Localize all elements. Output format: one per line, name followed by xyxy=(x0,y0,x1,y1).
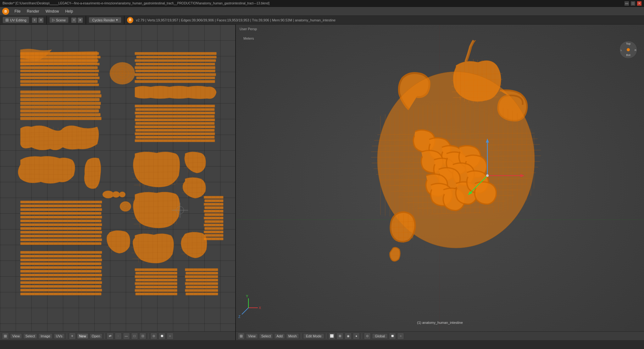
uv-snap-icon[interactable]: 🔲 xyxy=(158,333,165,340)
uv-add-button[interactable]: + xyxy=(32,17,37,23)
svg-rect-8 xyxy=(20,73,98,76)
viewport-viewport-shading-1[interactable]: ⬜ xyxy=(328,333,335,340)
svg-rect-207 xyxy=(20,216,102,218)
viewport-pivot[interactable]: ⊙ xyxy=(364,333,371,340)
svg-rect-252 xyxy=(204,206,223,209)
uv-view-mode-icon[interactable]: ⊞ xyxy=(2,333,9,340)
uv-proportional-icon[interactable]: ○ xyxy=(167,333,174,340)
svg-rect-254 xyxy=(204,213,223,216)
svg-rect-343 xyxy=(185,275,218,278)
uv-image-btn[interactable]: Image xyxy=(38,333,53,339)
uv-select-mode-verts[interactable]: · xyxy=(115,333,122,340)
uv-uvs-btn[interactable]: UVs xyxy=(54,333,65,339)
svg-rect-210 xyxy=(20,227,101,230)
uv-select-mode-faces[interactable]: □ xyxy=(131,333,138,340)
svg-rect-214 xyxy=(20,242,101,245)
viewport-viewport-shading-3[interactable]: ◉ xyxy=(345,333,352,340)
svg-rect-253 xyxy=(204,210,223,212)
svg-rect-276 xyxy=(20,278,101,280)
uv-select-mode-edges[interactable]: — xyxy=(123,333,130,340)
svg-text:X: X xyxy=(259,306,261,310)
svg-rect-212 xyxy=(20,235,101,237)
uv-view-btn[interactable]: View xyxy=(10,333,22,339)
svg-rect-34 xyxy=(135,73,216,76)
viewport-view-btn[interactable]: View xyxy=(246,333,258,339)
uv-islands-svg xyxy=(0,25,235,340)
uv-editor-type-selector[interactable]: ⊞ UV Editing xyxy=(3,17,29,23)
svg-rect-131 xyxy=(135,132,215,135)
uv-new-icon[interactable]: + xyxy=(69,333,76,340)
viewport-snap[interactable]: 🔲 xyxy=(389,333,396,340)
scene-selector[interactable]: ▷ Scene xyxy=(49,17,69,23)
viewport-object-name: (1) anatomy_human_intestine xyxy=(417,321,463,324)
svg-text:Y: Y xyxy=(246,294,248,298)
svg-rect-29 xyxy=(136,56,216,58)
svg-rect-10 xyxy=(20,80,97,83)
svg-rect-31 xyxy=(136,63,215,65)
svg-text:Z: Z xyxy=(238,315,241,318)
main-content: ⊞ View Select Image UVs + New Open ⇄ · —… xyxy=(0,25,644,340)
viewport-viewport-shading-2[interactable]: ⊞ xyxy=(336,333,343,340)
viewport-viewport-shading-4[interactable]: ● xyxy=(353,333,360,340)
svg-rect-345 xyxy=(185,282,218,285)
viewport-navigation-widget[interactable]: Top Bot L R xyxy=(619,40,638,60)
uv-open-btn[interactable]: Open xyxy=(90,333,103,339)
svg-rect-269 xyxy=(20,251,102,254)
menu-file[interactable]: File xyxy=(12,8,23,14)
uv-bottom-toolbar: ⊞ View Select Image UVs + New Open ⇄ · —… xyxy=(0,331,235,340)
svg-rect-206 xyxy=(20,212,101,215)
viewport-add-btn[interactable]: Add xyxy=(274,333,285,339)
svg-rect-331 xyxy=(135,289,177,292)
uv-select-mode-islands[interactable]: ⊡ xyxy=(139,333,146,340)
menu-window[interactable]: Window xyxy=(43,8,62,14)
blender-logo-icon: B xyxy=(2,8,9,15)
svg-rect-128 xyxy=(136,122,214,125)
svg-rect-7 xyxy=(20,70,99,72)
minimize-button[interactable]: — xyxy=(625,1,629,6)
svg-rect-36 xyxy=(135,80,215,83)
svg-rect-329 xyxy=(135,282,177,285)
svg-rect-278 xyxy=(20,285,101,288)
viewport-transform-space[interactable]: Global xyxy=(372,333,388,339)
uv-pivot-icon[interactable]: ⊙ xyxy=(150,333,157,340)
toolbar-sep-1 xyxy=(67,333,67,339)
maximize-button[interactable]: □ xyxy=(631,1,635,6)
menu-help[interactable]: Help xyxy=(63,8,75,14)
svg-rect-124 xyxy=(136,108,214,111)
svg-rect-132 xyxy=(136,136,214,138)
uv-sync-icon[interactable]: ⇄ xyxy=(107,333,114,340)
viewport-proportional[interactable]: ○ xyxy=(397,333,404,340)
menu-render[interactable]: Render xyxy=(24,8,42,14)
scene-label: Scene xyxy=(56,18,66,22)
menu-bar: B File Render Window Help xyxy=(0,7,644,16)
svg-rect-250 xyxy=(204,200,223,202)
scene-close-button[interactable]: ✕ xyxy=(77,17,83,23)
svg-rect-272 xyxy=(20,262,101,265)
viewport-mode-icon[interactable]: ⊞ xyxy=(238,333,245,340)
3d-viewport-panel[interactable]: X Y Z User Persp Meters (1) anatomy_huma… xyxy=(236,25,644,340)
svg-rect-57 xyxy=(20,102,101,105)
svg-rect-273 xyxy=(20,266,102,269)
svg-rect-129 xyxy=(135,126,215,128)
svg-rect-274 xyxy=(20,270,101,273)
toolbar-sep-5 xyxy=(326,333,326,339)
viewport-mesh-btn[interactable]: Mesh xyxy=(286,333,299,339)
svg-rect-261 xyxy=(204,238,223,240)
svg-rect-256 xyxy=(204,220,223,223)
uv-editor-panel[interactable]: ⊞ View Select Image UVs + New Open ⇄ · —… xyxy=(0,25,236,340)
scene-add-button[interactable]: + xyxy=(71,17,77,23)
viewport-edit-mode-selector[interactable]: Edit Mode xyxy=(303,333,325,339)
viewport-perspective-label: User Persp xyxy=(240,27,257,31)
close-button[interactable]: ✕ xyxy=(637,1,641,6)
divider-1 xyxy=(46,16,47,24)
uv-close-button[interactable]: ✕ xyxy=(38,17,44,23)
viewport-select-btn[interactable]: Select xyxy=(259,333,273,339)
render-engine-selector[interactable]: Cycles Render ▾ xyxy=(89,17,121,23)
svg-rect-133 xyxy=(135,139,215,142)
svg-rect-275 xyxy=(20,274,102,276)
uv-select-btn[interactable]: Select xyxy=(23,333,37,339)
svg-rect-348 xyxy=(186,293,218,295)
svg-rect-3 xyxy=(20,56,100,58)
svg-rect-33 xyxy=(136,70,215,72)
uv-new-btn[interactable]: New xyxy=(77,333,88,339)
